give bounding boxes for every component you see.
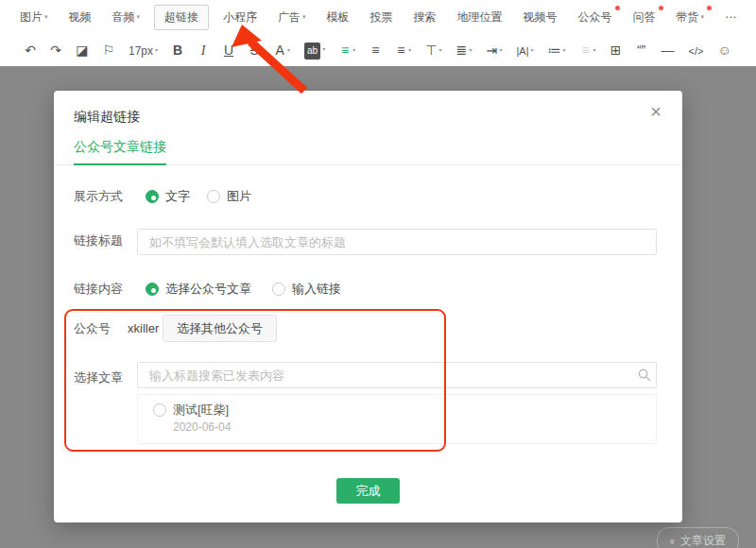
chevron-down-icon: ▾	[563, 47, 566, 53]
article-settings-button[interactable]: » 文章设置	[657, 527, 739, 548]
emoji-glyph: ☺	[718, 43, 731, 58]
task-list-icon[interactable]: ≡▾	[576, 41, 601, 60]
indent-icon[interactable]: ⇥▾	[481, 41, 507, 60]
menu-item-template[interactable]: 模板	[320, 6, 356, 29]
radio-enter-url[interactable]	[272, 283, 285, 296]
article-item[interactable]: 测试[旺柴]2020-06-04	[138, 395, 656, 443]
menu-item-search[interactable]: 搜索	[407, 6, 443, 29]
select-other-account-button[interactable]: 选择其他公众号	[163, 315, 277, 342]
dialog-tabbar: 公众号文章链接	[54, 138, 682, 165]
menu-item-label: 音频	[112, 10, 134, 24]
radio-article[interactable]	[153, 403, 166, 417]
menu-item-label: 问答	[633, 10, 656, 24]
table-glyph: ⊞	[610, 43, 622, 58]
chevron-down-icon: ▾	[44, 13, 48, 20]
article-info: 测试[旺柴]2020-06-04	[173, 402, 231, 436]
menu-item-label: 图片	[20, 10, 43, 24]
font-size-icon[interactable]: 17px▾	[124, 41, 163, 60]
clear-format-icon[interactable]: ◪	[71, 41, 93, 60]
highlight-icon[interactable]: ab▾	[300, 40, 330, 61]
font-color-icon[interactable]: A▾	[269, 41, 295, 60]
account-name: xkiller	[128, 319, 159, 338]
menu-item-label: 公众号	[578, 10, 612, 24]
task-list-glyph: ≡	[580, 43, 592, 58]
chevron-down-icon: ▾	[322, 46, 325, 52]
menu-item-more[interactable]: ⋯	[718, 7, 743, 27]
menu-item-label: 地理位置	[457, 10, 503, 24]
strikethrough-icon[interactable]: S	[244, 41, 265, 60]
menu-item-image[interactable]: 图片▾	[13, 6, 55, 29]
menu-item-location[interactable]: 地理位置	[451, 6, 509, 29]
code-icon[interactable]: </>	[684, 41, 709, 60]
format-brush-glyph: ⚐	[102, 43, 114, 58]
clear-format-glyph: ◪	[76, 43, 88, 58]
align-left-icon[interactable]: ≡	[365, 41, 386, 60]
article-date: 2020-06-04	[173, 420, 231, 436]
menu-item-official-account[interactable]: 公众号	[572, 6, 619, 29]
chevron-down-icon: ▾	[438, 47, 441, 53]
menu-item-label: 小程序	[223, 10, 257, 24]
align-center-glyph: ≡	[395, 43, 406, 58]
menu-item-video[interactable]: 视频	[61, 6, 97, 29]
letter-spacing-icon[interactable]: |A|▾	[511, 41, 538, 60]
radio-image[interactable]	[207, 190, 220, 203]
chevron-down-icon: ▾	[593, 47, 596, 53]
chevron-down-icon: ▾	[155, 47, 158, 53]
underline-icon[interactable]: U	[218, 41, 239, 60]
search-icon[interactable]	[638, 368, 651, 382]
menu-item-label: ⋯	[725, 10, 736, 24]
radio-text[interactable]	[146, 190, 159, 203]
menu-item-poll[interactable]: 投票	[364, 6, 400, 29]
bold-glyph: B	[172, 43, 183, 58]
table-icon[interactable]: ⊞	[606, 41, 627, 60]
article-result-list: 测试[旺柴]2020-06-04	[137, 394, 657, 444]
article-search-input[interactable]	[137, 362, 657, 388]
menu-item-qa[interactable]: 问答	[627, 6, 662, 29]
done-button[interactable]: 完成	[336, 478, 400, 504]
chevron-double-down-icon: »	[668, 538, 678, 543]
menu-item-audio[interactable]: 音频▾	[105, 6, 146, 29]
notification-dot	[659, 6, 663, 10]
chevron-down-icon: ▾	[499, 47, 502, 53]
menu-item-hyperlink[interactable]: 超链接	[154, 5, 209, 30]
justify-icon[interactable]: ≡▾	[335, 41, 360, 60]
display-mode-option-text[interactable]: 文字	[146, 187, 190, 206]
display-mode-label: 展示方式	[74, 187, 123, 206]
link-content-options: 选择公众号文章 输入链接	[146, 280, 341, 299]
menu-item-commerce[interactable]: 带货▾	[670, 6, 712, 29]
menu-item-ad[interactable]: 广告▾	[271, 6, 313, 29]
list-icon[interactable]: ≔▾	[543, 41, 571, 60]
link-title-label: 链接标题	[74, 231, 123, 250]
divider-icon[interactable]: —	[657, 41, 679, 60]
close-icon[interactable]: ×	[650, 102, 662, 121]
article-title: 测试[旺柴]	[173, 402, 231, 419]
menu-item-label: 超链接	[164, 10, 198, 24]
align-center-icon[interactable]: ≡▾	[390, 41, 416, 60]
display-mode-option-image[interactable]: 图片	[207, 187, 251, 206]
radio-select-article[interactable]	[146, 283, 159, 296]
tab-official-article-link[interactable]: 公众号文章链接	[74, 139, 166, 165]
menu-item-label: 带货	[677, 10, 699, 24]
menu-item-label: 广告	[278, 10, 301, 24]
font-size-glyph: 17px	[129, 43, 153, 59]
justify-glyph: ≡	[339, 43, 351, 58]
chevron-down-icon: ▾	[531, 47, 534, 53]
link-content-option-enter-url[interactable]: 输入链接	[272, 280, 341, 299]
align-left-glyph: ≡	[369, 43, 381, 58]
menu-item-channels[interactable]: 视频号	[517, 6, 564, 29]
format-brush-icon[interactable]: ⚐	[97, 41, 119, 60]
list-glyph: ≔	[548, 43, 561, 58]
blockquote-icon[interactable]: “”	[631, 41, 652, 60]
align-top-icon[interactable]: ⊤▾	[421, 41, 446, 60]
bold-icon[interactable]: B	[167, 41, 188, 60]
redo-icon[interactable]: ↷	[45, 41, 66, 60]
link-content-option-select-article[interactable]: 选择公众号文章	[146, 280, 251, 299]
italic-icon[interactable]: I	[193, 41, 214, 60]
emoji-icon[interactable]: ☺	[713, 41, 736, 60]
menu-item-mini-program[interactable]: 小程序	[216, 6, 264, 29]
undo-icon[interactable]: ↶	[20, 41, 41, 60]
menu-item-label: 视频号	[524, 10, 558, 24]
line-height-icon[interactable]: ≣▾	[451, 41, 476, 60]
divider-glyph: —	[662, 43, 675, 58]
link-title-input[interactable]	[137, 229, 657, 255]
